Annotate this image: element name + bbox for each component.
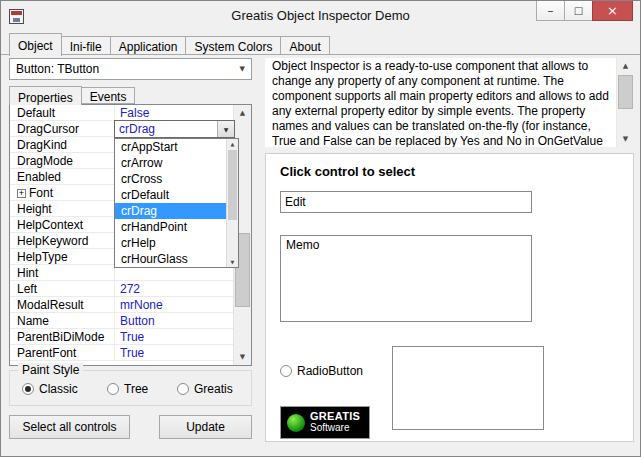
property-name-cell: DragKind: [10, 137, 115, 152]
paint-style-groupbox: Paint Style Classic Tree Greatis: [9, 370, 252, 406]
property-name-cell: HelpType: [10, 249, 115, 264]
paint-style-radio[interactable]: Greatis: [177, 382, 233, 396]
dropdown-item[interactable]: crDefault: [115, 187, 227, 203]
expand-plus-icon[interactable]: +: [17, 189, 26, 198]
radio-label: RadioButton: [297, 364, 363, 378]
radio-label: Classic: [39, 382, 78, 396]
main-tab[interactable]: System Colors: [185, 36, 281, 55]
property-row[interactable]: ParentFont True: [10, 345, 234, 361]
radio-icon: [280, 365, 292, 377]
main-tabs: Object Ini-file Application System Color…: [9, 33, 330, 55]
maximize-button[interactable]: □: [564, 1, 593, 21]
radio-icon: [22, 383, 34, 395]
property-name: Name: [17, 314, 49, 328]
radio-label: Tree: [124, 382, 148, 396]
property-name: Left: [17, 282, 37, 296]
description-text: Object Inspector is a ready-to-use compo…: [265, 58, 617, 147]
property-row[interactable]: Name Button: [10, 313, 234, 329]
scroll-down-icon[interactable]: ▼: [234, 349, 251, 365]
dropdown-item[interactable]: crCross: [115, 171, 227, 187]
dragcursor-dropdown-list: crAppStart crArrow crCross crDefault crD…: [114, 138, 239, 268]
description-scrollbar-thumb[interactable]: [618, 75, 633, 109]
dragcursor-value-editor[interactable]: crDrag ▼: [114, 120, 235, 138]
window-controls: – □ ×: [537, 1, 633, 21]
main-tab[interactable]: Object: [9, 33, 62, 56]
description-scrollbar[interactable]: ▲ ▼: [616, 58, 634, 147]
property-name: HelpContext: [17, 218, 83, 232]
property-name-cell: DragMode: [10, 153, 115, 168]
property-name-cell: ParentFont: [10, 345, 115, 360]
inspector-subtabs: Properties Events: [9, 85, 135, 104]
inspector-subtab[interactable]: Events: [81, 87, 136, 104]
chevron-down-icon: ▼: [240, 59, 245, 79]
minimize-button[interactable]: –: [536, 1, 565, 21]
dropdown-item[interactable]: crArrow: [115, 155, 227, 171]
property-name-cell: ModalResult: [10, 297, 115, 312]
property-name: Hint: [17, 266, 38, 280]
demo-memo[interactable]: Memo: [280, 235, 532, 322]
main-tab[interactable]: Ini-file: [61, 36, 111, 55]
dropdown-item[interactable]: crHandPoint: [115, 219, 227, 235]
dropdown-item[interactable]: crAppStart: [115, 139, 227, 155]
dragcursor-editor-value: crDrag: [119, 122, 155, 136]
property-name: ParentFont: [17, 346, 76, 360]
dropdown-scrollbar[interactable]: ▲ ▼: [226, 139, 238, 267]
inspector-subtab[interactable]: Properties: [9, 86, 82, 105]
property-value[interactable]: False: [115, 105, 234, 120]
demo-panel: Click control to select Memo RadioButton…: [265, 153, 634, 442]
property-row[interactable]: Left 272: [10, 281, 234, 297]
description-panel: Object Inspector is a ready-to-use compo…: [265, 58, 634, 147]
chevron-down-icon[interactable]: ▼: [217, 121, 234, 137]
dropdown-item[interactable]: crDrag: [115, 203, 227, 219]
close-button[interactable]: ×: [592, 1, 633, 21]
property-row[interactable]: Default False: [10, 105, 234, 121]
main-tab[interactable]: About: [280, 36, 329, 55]
component-selector-combobox[interactable]: Button: TButton ▼: [9, 58, 252, 80]
property-value[interactable]: Button: [115, 313, 234, 328]
property-name-cell: DragCursor: [10, 121, 115, 136]
select-all-controls-button[interactable]: Select all controls: [9, 415, 130, 439]
property-name-cell: HelpContext: [10, 217, 115, 232]
app-window: Greatis Object Inspector Demo – □ × Obje…: [0, 0, 641, 457]
property-name-cell: ParentBiDiMode: [10, 329, 115, 344]
titlebar: Greatis Object Inspector Demo – □ ×: [1, 1, 640, 32]
property-value[interactable]: True: [115, 329, 234, 344]
greatis-logo-type: Software: [310, 423, 360, 434]
property-name: DragKind: [17, 138, 67, 152]
demo-edit-input[interactable]: [280, 191, 532, 213]
radio-icon: [177, 383, 189, 395]
property-row[interactable]: ModalResult mrNone: [10, 297, 234, 313]
scroll-down-icon[interactable]: ▼: [227, 257, 238, 267]
radio-label: Greatis: [194, 382, 233, 396]
radio-icon: [107, 383, 119, 395]
scroll-up-icon[interactable]: ▲: [234, 105, 251, 121]
greatis-logo-text: GREATIS Software: [310, 411, 360, 433]
scroll-down-icon[interactable]: ▼: [617, 131, 634, 147]
property-name-cell: +Font: [10, 185, 115, 200]
greatis-ball-icon: [287, 414, 305, 432]
property-name-cell: Default: [10, 105, 115, 120]
dropdown-items: crAppStart crArrow crCross crDefault crD…: [115, 139, 227, 267]
main-tab[interactable]: Application: [110, 36, 187, 55]
demo-radiobutton[interactable]: RadioButton: [280, 364, 363, 378]
property-name-cell: HelpKeyword: [10, 233, 115, 248]
property-value[interactable]: True: [115, 345, 234, 360]
demo-listbox[interactable]: [392, 346, 544, 430]
dropdown-scrollbar-thumb[interactable]: [228, 150, 237, 220]
component-selector-value: Button: TButton: [16, 62, 99, 76]
property-name: DragMode: [17, 154, 73, 168]
paint-style-radio[interactable]: Tree: [107, 382, 148, 396]
scroll-up-icon[interactable]: ▲: [227, 139, 238, 149]
update-button[interactable]: Update: [159, 415, 252, 439]
greatis-logo-button[interactable]: GREATIS Software: [280, 406, 370, 439]
property-name: HelpType: [17, 250, 68, 264]
paint-style-label: Paint Style: [18, 363, 83, 377]
property-grid: Default False DragCursor DragKind DragMo…: [9, 104, 252, 366]
property-row[interactable]: ParentBiDiMode True: [10, 329, 234, 345]
dropdown-item[interactable]: crHourGlass: [115, 251, 227, 267]
dropdown-item[interactable]: crHelp: [115, 235, 227, 251]
paint-style-radio[interactable]: Classic: [22, 382, 78, 396]
property-value[interactable]: mrNone: [115, 297, 234, 312]
scroll-up-icon[interactable]: ▲: [617, 58, 634, 74]
property-value[interactable]: 272: [115, 281, 234, 296]
